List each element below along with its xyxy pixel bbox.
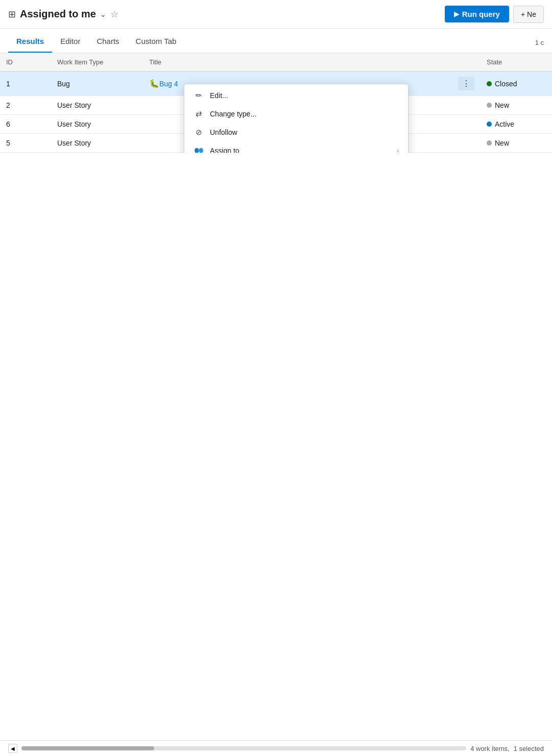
scroll-left-button[interactable]: ◀: [8, 744, 17, 753]
state-label: New: [495, 101, 509, 109]
cell-type: Bug: [51, 72, 143, 96]
horizontal-scrollbar-track[interactable]: [21, 746, 466, 750]
tab-count: 1 c: [535, 33, 552, 53]
col-header-title: Title: [143, 53, 481, 72]
state-dot: [487, 103, 492, 108]
new-label: Ne: [527, 10, 536, 18]
tab-editor[interactable]: Editor: [52, 31, 88, 53]
menu-label-edit: Edit...: [210, 91, 399, 100]
menu-item-assign-to[interactable]: 👥Assign to›: [184, 141, 408, 153]
header-bar: ⊞ Assigned to me ⌄ ☆ ▶ Run query + Ne: [0, 0, 552, 29]
edit-icon: ✏: [194, 91, 204, 100]
col-header-type: Work Item Type: [51, 53, 143, 72]
work-items-count: 4 work items,: [470, 745, 510, 752]
selected-count: 1 selected: [514, 745, 544, 752]
row-more-button[interactable]: ⋮: [458, 77, 474, 90]
tabs-left: Results Editor Charts Custom Tab: [8, 31, 184, 53]
state-dot: [487, 81, 492, 86]
state-dot: [487, 140, 492, 146]
plus-icon: +: [521, 10, 525, 18]
bottom-bar: ◀ 4 work items, 1 selected: [0, 740, 552, 756]
cell-state: New: [481, 134, 552, 153]
chevron-down-icon[interactable]: ⌄: [100, 10, 106, 18]
menu-item-unfollow[interactable]: ⊘Unfollow: [184, 123, 408, 141]
tab-custom-tab[interactable]: Custom Tab: [128, 31, 185, 53]
cell-state: Closed: [481, 72, 552, 96]
tabs-bar: Results Editor Charts Custom Tab 1 c: [0, 29, 552, 53]
context-menu: ✏Edit...⇄Change type...⊘Unfollow👥Assign …: [184, 84, 409, 153]
run-query-button[interactable]: ▶ Run query: [445, 6, 509, 22]
cell-id: 6: [0, 115, 51, 134]
page-title: Assigned to me: [20, 8, 96, 20]
horizontal-scrollbar-thumb[interactable]: [21, 746, 154, 750]
results-table-container: ID Work Item Type Title State 1Bug🐛Bug 4…: [0, 53, 552, 153]
favorite-star-icon[interactable]: ☆: [110, 9, 118, 20]
state-label: New: [495, 139, 509, 147]
menu-label-change-type: Change type...: [210, 110, 399, 118]
col-header-state: State: [481, 53, 552, 72]
menu-label-unfollow: Unfollow: [210, 128, 399, 136]
state-label: Active: [495, 120, 514, 128]
tab-results[interactable]: Results: [8, 31, 52, 53]
header-left: ⊞ Assigned to me ⌄ ☆: [8, 8, 445, 20]
menu-item-change-type[interactable]: ⇄Change type...: [184, 105, 408, 123]
submenu-arrow-icon: ›: [397, 147, 399, 153]
grid-icon: ⊞: [8, 9, 16, 20]
state-dot: [487, 122, 492, 127]
change-type-icon: ⇄: [194, 109, 204, 119]
cell-type: User Story: [51, 96, 143, 115]
cell-state: Active: [481, 115, 552, 134]
cell-id: 2: [0, 96, 51, 115]
cell-state: New: [481, 96, 552, 115]
state-label: Closed: [495, 80, 517, 88]
title-link[interactable]: Bug 4: [159, 80, 178, 88]
menu-item-edit[interactable]: ✏Edit...: [184, 86, 408, 105]
menu-label-assign-to: Assign to: [210, 147, 391, 153]
cell-id: 1: [0, 72, 51, 96]
assign-to-icon: 👥: [194, 146, 204, 153]
cell-id: 5: [0, 134, 51, 153]
cell-type: User Story: [51, 115, 143, 134]
table-header-row: ID Work Item Type Title State: [0, 53, 552, 72]
tab-charts[interactable]: Charts: [88, 31, 127, 53]
new-button[interactable]: + Ne: [513, 6, 544, 23]
bug-icon: 🐛: [149, 79, 159, 88]
play-icon: ▶: [454, 10, 459, 18]
unfollow-icon: ⊘: [194, 128, 204, 137]
cell-type: User Story: [51, 134, 143, 153]
col-header-id: ID: [0, 53, 51, 72]
run-query-label: Run query: [462, 10, 500, 18]
